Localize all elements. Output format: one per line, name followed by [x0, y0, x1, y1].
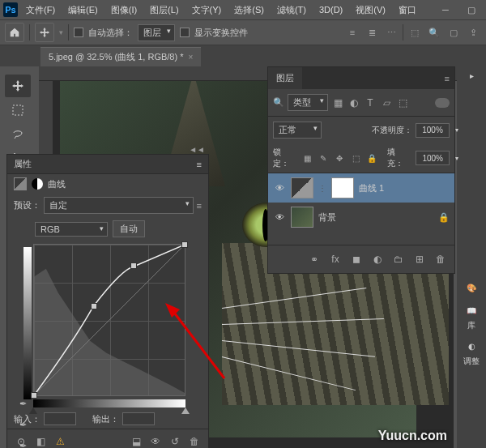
layer-name[interactable]: 曲线 1 — [359, 182, 384, 194]
lock-all-icon[interactable]: 🔒 — [366, 152, 377, 164]
layer-item-background[interactable]: 👁 背景 🔒 — [268, 203, 454, 232]
layer-visibility-icon[interactable]: 👁 — [273, 183, 286, 193]
3d-mode-icon[interactable]: ⬚ — [407, 24, 423, 41]
auto-select-checkbox[interactable] — [74, 28, 83, 37]
lock-pixels-icon[interactable]: ✎ — [318, 152, 329, 164]
opacity-field[interactable]: 100% — [416, 123, 450, 138]
layer-name[interactable]: 背景 — [318, 211, 336, 224]
libraries-panel-button[interactable]: 📖库 — [463, 302, 480, 331]
properties-panel: ◄◄ 属性 ≡ 曲线 预设： 自定 ≡ RGB 自动 ✒ ✒ ✒ ∿ ✎ ✋ — [6, 154, 209, 448]
menu-text[interactable]: 文字(Y) — [187, 2, 227, 18]
preset-dropdown[interactable]: 自定 — [44, 197, 194, 214]
maximize-button[interactable]: ▢ — [460, 2, 483, 18]
layers-tab[interactable]: 图层 — [268, 67, 302, 89]
lasso-tool[interactable] — [5, 123, 31, 146]
new-layer-icon[interactable]: ⊞ — [412, 252, 427, 267]
input-value-field[interactable] — [44, 412, 76, 425]
curve-point-shadow[interactable] — [31, 392, 37, 399]
curves-adjustment-icon — [14, 177, 27, 190]
curve-point-1[interactable] — [91, 303, 97, 309]
layer-style-icon[interactable]: fx — [328, 252, 343, 267]
layer-item-curves[interactable]: 👁 ⋮ 曲线 1 — [268, 173, 454, 203]
home-icon[interactable] — [5, 23, 24, 42]
layer-locked-icon[interactable]: 🔒 — [438, 212, 450, 223]
sample-white-eyedropper[interactable]: ✒ — [14, 437, 32, 448]
reset-icon[interactable]: ↺ — [168, 434, 182, 448]
search-icon[interactable]: 🔍 — [426, 24, 442, 41]
lock-position-icon[interactable]: ✥ — [334, 152, 345, 164]
filter-toggle[interactable] — [435, 98, 450, 108]
curves-graph[interactable] — [33, 244, 185, 396]
layer-filter-search-icon[interactable]: 🔍 — [273, 97, 284, 108]
collapse-dock-icon[interactable]: ▸ — [470, 71, 474, 80]
sample-black-eyedropper[interactable]: ✒ — [14, 395, 32, 412]
collapse-icon[interactable]: ◄◄ — [189, 145, 205, 154]
fill-field[interactable]: 100% — [416, 151, 450, 165]
mask-mode-icon[interactable] — [32, 178, 43, 190]
clip-icon[interactable]: ⬓ — [129, 434, 143, 448]
panel-menu-icon[interactable]: ≡ — [197, 160, 202, 169]
delete-layer-icon[interactable]: 🗑 — [433, 252, 448, 267]
menu-3d[interactable]: 3D(D) — [314, 3, 347, 16]
move-tool-icon[interactable] — [35, 23, 54, 42]
watermark: Yuucn.com — [378, 429, 447, 443]
layer-thumb-image[interactable] — [291, 207, 313, 228]
new-group-icon[interactable]: 🗀 — [391, 252, 406, 267]
filter-pixel-icon[interactable]: ▦ — [331, 96, 344, 109]
distribute-icon[interactable]: ⋯ — [383, 24, 399, 41]
menu-view[interactable]: 视图(V) — [351, 2, 390, 18]
move-tool[interactable] — [5, 75, 31, 97]
layer-mask-link-icon[interactable]: ⋮ — [318, 184, 326, 193]
lock-transparency-icon[interactable]: ▦ — [302, 152, 313, 164]
layer-mask-thumb[interactable] — [331, 177, 354, 198]
menu-edit[interactable]: 编辑(E) — [63, 2, 103, 18]
workspace-icon[interactable]: ▢ — [446, 24, 462, 41]
menu-layer[interactable]: 图层(L) — [145, 2, 183, 18]
filter-shape-icon[interactable]: ▱ — [380, 96, 393, 109]
menu-select[interactable]: 选择(S) — [229, 2, 269, 18]
menu-filter[interactable]: 滤镜(T) — [272, 2, 311, 18]
preset-menu-icon[interactable]: ≡ — [197, 201, 202, 211]
properties-panel-header[interactable]: ◄◄ 属性 ≡ — [7, 155, 208, 174]
adjustments-panel-button[interactable]: ◐调整 — [463, 338, 480, 367]
close-tab-icon[interactable]: × — [188, 53, 193, 62]
add-mask-icon[interactable]: ◼ — [349, 252, 364, 267]
curve-point-2[interactable] — [130, 262, 137, 269]
swatches-icon[interactable]: 🎨 — [463, 279, 480, 296]
view-previous-icon[interactable]: 👁 — [148, 434, 163, 448]
filter-text-icon[interactable]: T — [364, 96, 377, 109]
auto-select-label: 自动选择： — [88, 27, 133, 39]
show-transform-label: 显示变换控件 — [194, 27, 248, 39]
layer-filter-type-dropdown[interactable]: 类型 — [288, 94, 328, 111]
properties-title: 属性 — [14, 158, 32, 170]
menu-file[interactable]: 文件(F) — [21, 2, 60, 18]
menu-window[interactable]: 窗口 — [394, 2, 421, 18]
filter-smart-icon[interactable]: ⬚ — [396, 96, 409, 109]
show-transform-checkbox[interactable] — [180, 28, 190, 37]
align2-icon[interactable]: ≣ — [364, 24, 380, 41]
lock-artboard-icon[interactable]: ⬚ — [350, 152, 361, 164]
tone-curve[interactable] — [34, 245, 185, 395]
minimize-button[interactable]: ─ — [434, 2, 457, 18]
delete-adjustment-icon[interactable]: 🗑 — [187, 434, 202, 448]
layer-visibility-icon[interactable]: 👁 — [273, 212, 286, 222]
auto-select-dropdown[interactable]: 图层 — [138, 24, 175, 41]
auto-button[interactable]: 自动 — [113, 220, 145, 237]
white-point-slider[interactable] — [181, 407, 190, 414]
align-icon[interactable]: ≡ — [344, 24, 360, 41]
share-icon[interactable]: ⇪ — [465, 24, 481, 41]
link-layers-icon[interactable]: ⚭ — [307, 252, 322, 267]
document-tab[interactable]: 5.jpeg @ 32.5% (曲线 1, RGB/8) * × — [40, 47, 201, 66]
filter-adjustment-icon[interactable]: ◐ — [347, 96, 360, 109]
clip-to-layer-icon[interactable]: ◧ — [33, 434, 48, 448]
layer-thumb-curves-icon[interactable] — [291, 177, 313, 198]
marquee-tool[interactable] — [5, 99, 31, 122]
blend-mode-dropdown[interactable]: 正常 — [273, 122, 322, 139]
new-adjustment-icon[interactable]: ◐ — [370, 252, 385, 267]
curve-point-highlight[interactable] — [181, 241, 188, 248]
layers-panel-menu-icon[interactable]: ≡ — [440, 74, 454, 83]
channel-dropdown[interactable]: RGB — [35, 222, 108, 237]
sample-gray-eyedropper[interactable]: ✒ — [14, 416, 32, 433]
output-value-field[interactable] — [122, 412, 155, 425]
menu-image[interactable]: 图像(I) — [106, 2, 142, 18]
